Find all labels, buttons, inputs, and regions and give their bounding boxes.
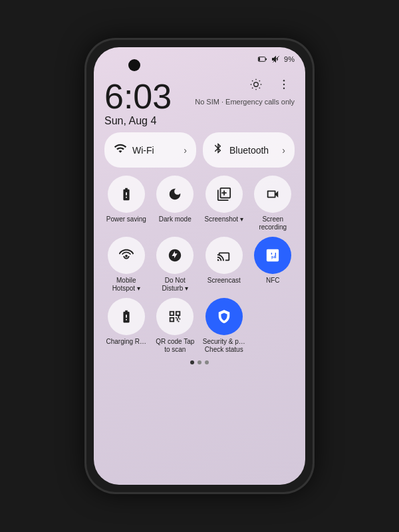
bluetooth-label: Bluetooth: [229, 145, 277, 156]
dot-1: [190, 360, 194, 364]
empty-tile: [251, 298, 295, 354]
wifi-label: Wi-Fi: [132, 145, 178, 156]
top-row-right: No SIM · Emergency calls only: [195, 74, 295, 106]
screenshot-tile[interactable]: Screenshot ▾: [202, 176, 246, 231]
wifi-tile[interactable]: Wi-Fi ›: [104, 132, 196, 168]
hotspot-tile[interactable]: Mobile Hotspot ▾: [104, 237, 148, 293]
qr-code-tile[interactable]: QR code Tap to scan: [154, 298, 198, 354]
svg-point-4: [254, 82, 259, 87]
svg-point-7: [283, 88, 285, 90]
qr-code-icon: [156, 298, 194, 335]
nfc-icon: [254, 237, 291, 274]
bluetooth-arrow: ›: [282, 145, 285, 156]
hotspot-label: Mobile Hotspot ▾: [104, 277, 148, 293]
screencast-icon: [205, 237, 243, 274]
phone-outer: 9% 6:03 Sun, Aug 4: [86, 40, 313, 492]
security-label: Security & p… Check status: [202, 338, 246, 354]
phone-screen: 9% 6:03 Sun, Aug 4: [94, 47, 305, 485]
page-dots: [104, 360, 295, 364]
security-icon: [205, 298, 243, 335]
security-tile[interactable]: Security & p… Check status: [202, 298, 246, 354]
dot-2: [198, 360, 201, 364]
screen-recording-label: Screen recording: [251, 215, 295, 231]
dot-3: [205, 360, 209, 364]
charging-icon: [108, 298, 145, 335]
bluetooth-icon: [212, 142, 224, 158]
screencast-label: Screencast: [207, 277, 241, 285]
screenshot-icon: [205, 176, 243, 213]
screencast-tile[interactable]: Screencast: [202, 237, 246, 293]
svg-point-6: [283, 84, 285, 86]
quick-tiles-row: Wi-Fi › Bluetooth ›: [104, 132, 295, 168]
wifi-icon: [114, 142, 127, 158]
small-tiles-row3: Charging R… QR code Tap to scan: [104, 298, 295, 354]
wifi-arrow: ›: [184, 145, 187, 156]
power-saving-tile[interactable]: Power saving: [104, 176, 148, 231]
screen-recording-icon: [254, 176, 291, 213]
screenshot-label: Screenshot ▾: [205, 215, 243, 223]
power-saving-icon: [108, 176, 145, 213]
dark-mode-icon: [156, 176, 194, 213]
small-tiles-row1: Power saving Dark mode: [104, 176, 295, 231]
power-saving-label: Power saving: [106, 215, 146, 223]
dark-mode-tile[interactable]: Dark mode: [154, 176, 198, 231]
more-button[interactable]: [273, 74, 295, 95]
do-not-disturb-tile[interactable]: Do Not Disturb ▾: [154, 237, 198, 293]
do-not-disturb-icon: [156, 237, 194, 274]
main-content: 6:03 Sun, Aug 4: [94, 47, 305, 485]
camera-hole: [128, 59, 140, 71]
no-sim-label: No SIM · Emergency calls only: [195, 98, 295, 106]
settings-button[interactable]: [245, 74, 267, 95]
svg-point-5: [283, 80, 285, 82]
dark-mode-label: Dark mode: [159, 215, 192, 223]
do-not-disturb-label: Do Not Disturb ▾: [154, 277, 198, 293]
screen-recording-tile[interactable]: Screen recording: [251, 176, 295, 231]
nfc-label: NFC: [266, 277, 280, 285]
charging-tile[interactable]: Charging R…: [104, 298, 148, 354]
qr-code-label: QR code Tap to scan: [154, 338, 198, 354]
nfc-tile[interactable]: NFC: [251, 237, 295, 293]
bluetooth-tile[interactable]: Bluetooth ›: [203, 132, 295, 168]
hotspot-icon: [108, 237, 145, 274]
charging-label: Charging R…: [106, 338, 146, 346]
date-display: Sun, Aug 4: [104, 115, 295, 127]
top-icons-row: [245, 74, 295, 95]
small-tiles-row2: Mobile Hotspot ▾ Do Not Disturb ▾: [104, 237, 295, 293]
